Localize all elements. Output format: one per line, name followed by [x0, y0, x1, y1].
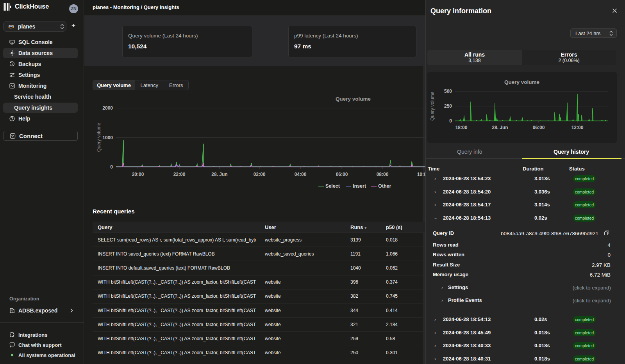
svg-text:08:00: 08:00	[377, 172, 389, 177]
svg-text:aws: aws	[9, 25, 14, 27]
svg-text:Query volume: Query volume	[504, 79, 540, 85]
svg-text:06:00: 06:00	[336, 172, 348, 177]
svg-text:06:00: 06:00	[533, 125, 545, 130]
svg-text:Select: Select	[325, 183, 340, 189]
svg-text:0: 0	[449, 118, 452, 124]
svg-text:28. Jun: 28. Jun	[211, 172, 227, 177]
svg-text:02:00: 02:00	[254, 172, 266, 177]
svg-text:2000: 2000	[102, 105, 113, 111]
svg-text:04:00: 04:00	[295, 172, 307, 177]
svg-text:22:00: 22:00	[173, 172, 186, 177]
svg-text:1000: 1000	[102, 135, 113, 140]
svg-text:28. Jun: 28. Jun	[492, 125, 508, 130]
svg-text:Insert: Insert	[353, 183, 366, 189]
svg-text:18:00: 18:00	[455, 125, 468, 130]
svg-text:500: 500	[444, 89, 452, 94]
svg-text:Other: Other	[378, 183, 391, 189]
svg-text:Query volume: Query volume	[336, 96, 371, 102]
svg-text:10:00: 10:00	[417, 172, 425, 177]
svg-text:12:00: 12:00	[571, 125, 584, 130]
svg-text:Query volume: Query volume	[430, 91, 435, 121]
svg-text:0: 0	[110, 164, 113, 170]
svg-text:Query volume: Query volume	[96, 123, 102, 152]
svg-text:20:00: 20:00	[132, 172, 144, 177]
svg-text:250: 250	[444, 103, 452, 109]
